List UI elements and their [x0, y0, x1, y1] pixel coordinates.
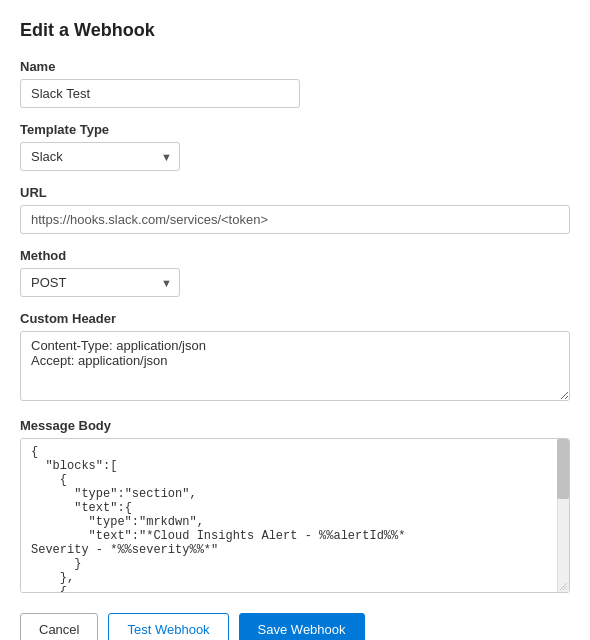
save-webhook-button[interactable]: Save Webhook: [239, 613, 365, 640]
name-label: Name: [20, 59, 570, 74]
template-type-group: Template Type Slack Generic PagerDuty ▼: [20, 122, 570, 171]
test-webhook-button[interactable]: Test Webhook: [108, 613, 228, 640]
template-type-label: Template Type: [20, 122, 570, 137]
cancel-button[interactable]: Cancel: [20, 613, 98, 640]
custom-header-group: Custom Header Content-Type: application/…: [20, 311, 570, 404]
scrollbar-thumb[interactable]: [557, 439, 569, 499]
button-row: Cancel Test Webhook Save Webhook: [20, 613, 570, 640]
resize-handle-icon: [557, 580, 567, 590]
method-select[interactable]: POST GET PUT: [20, 268, 180, 297]
url-input[interactable]: [20, 205, 570, 234]
url-label: URL: [20, 185, 570, 200]
template-type-select-wrapper: Slack Generic PagerDuty ▼: [20, 142, 180, 171]
custom-header-label: Custom Header: [20, 311, 570, 326]
method-group: Method POST GET PUT ▼: [20, 248, 570, 297]
name-group: Name: [20, 59, 570, 108]
message-body-label: Message Body: [20, 418, 570, 433]
edit-webhook-form: Edit a Webhook Name Template Type Slack …: [0, 0, 590, 640]
method-select-wrapper: POST GET PUT ▼: [20, 268, 180, 297]
message-body-textarea[interactable]: { "blocks":[ { "type":"section", "text":…: [21, 439, 569, 592]
name-input[interactable]: [20, 79, 300, 108]
message-body-group: Message Body { "blocks":[ { "type":"sect…: [20, 418, 570, 593]
custom-header-textarea[interactable]: Content-Type: application/json Accept: a…: [20, 331, 570, 401]
svg-line-2: [566, 589, 567, 590]
url-group: URL: [20, 185, 570, 234]
scrollbar-track: [557, 439, 569, 592]
method-label: Method: [20, 248, 570, 263]
message-body-wrapper: { "blocks":[ { "type":"section", "text":…: [20, 438, 570, 593]
template-type-select[interactable]: Slack Generic PagerDuty: [20, 142, 180, 171]
page-title: Edit a Webhook: [20, 20, 570, 41]
